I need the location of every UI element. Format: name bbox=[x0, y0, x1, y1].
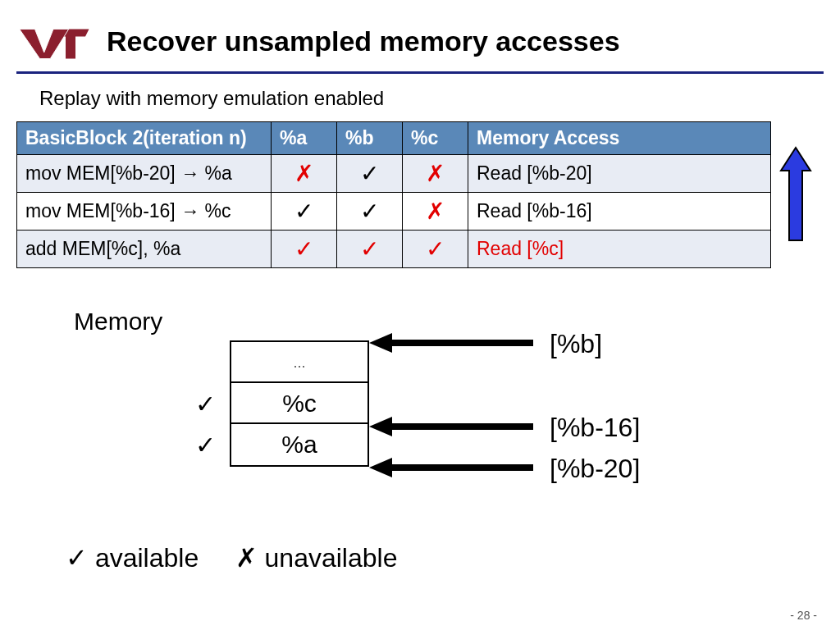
check-icon: ✓ bbox=[66, 543, 88, 573]
arrow-left-icon bbox=[369, 414, 541, 439]
pointer-label-b: [%b] bbox=[550, 329, 602, 359]
cell-c: ✓ bbox=[403, 231, 468, 268]
memory-stack: ... %c %a bbox=[230, 340, 369, 467]
pointer-label-b20: [%b-20] bbox=[550, 454, 640, 484]
cell-b: ✓ bbox=[337, 231, 403, 268]
arrow-left-icon bbox=[369, 455, 541, 480]
cell-a: ✓ bbox=[272, 231, 337, 268]
pointer-label-b16: [%b-16] bbox=[550, 413, 640, 443]
svg-marker-6 bbox=[369, 458, 392, 477]
instruction-table: BasicBlock 2(iteration n) %a %b %c Memor… bbox=[16, 121, 771, 268]
check-icon: ✓ bbox=[195, 431, 216, 459]
stack-cell-a: %a bbox=[231, 424, 368, 465]
memory-diagram: ... %c %a ✓ ✓ [%b] [%b-16] [%b-20] bbox=[0, 340, 840, 529]
svg-marker-0 bbox=[781, 148, 810, 240]
col-b: %b bbox=[337, 122, 403, 155]
cell-a: ✗ bbox=[272, 155, 337, 193]
col-c: %c bbox=[403, 122, 468, 155]
cell-c: ✗ bbox=[403, 155, 468, 193]
vt-logo bbox=[16, 23, 90, 60]
table-row: add MEM[%c], %a ✓ ✓ ✓ Read [%c] bbox=[17, 231, 771, 268]
cell-c: ✗ bbox=[403, 193, 468, 231]
subtitle: Replay with memory emulation enabled bbox=[0, 87, 840, 110]
table-row: mov MEM[%b-20] → %a ✗ ✓ ✗ Read [%b-20] bbox=[17, 155, 771, 193]
legend-available: available bbox=[95, 543, 199, 573]
svg-marker-4 bbox=[369, 417, 392, 436]
table-header-row: BasicBlock 2(iteration n) %a %b %c Memor… bbox=[17, 122, 771, 155]
cell-instr: mov MEM[%b-20] → %a bbox=[17, 155, 272, 193]
title-rule bbox=[16, 71, 824, 74]
svg-marker-2 bbox=[369, 333, 392, 353]
up-arrow-icon bbox=[779, 146, 812, 244]
legend-unavailable: unavailable bbox=[265, 543, 398, 573]
cell-instr: mov MEM[%b-16] → %c bbox=[17, 193, 272, 231]
arrow-left-icon bbox=[369, 331, 541, 355]
col-instr: BasicBlock 2(iteration n) bbox=[17, 122, 272, 155]
cell-b: ✓ bbox=[337, 155, 403, 193]
cell-instr: add MEM[%c], %a bbox=[17, 231, 272, 268]
col-mem: Memory Access bbox=[468, 122, 771, 155]
cell-mem: Read [%b-16] bbox=[468, 193, 771, 231]
page-number: - 28 - bbox=[790, 609, 817, 622]
check-icon: ✓ bbox=[195, 390, 216, 418]
legend: ✓ available ✗ unavailable bbox=[0, 542, 840, 573]
cell-mem: Read [%b-20] bbox=[468, 155, 771, 193]
cell-a: ✓ bbox=[272, 193, 337, 231]
cell-mem: Read [%c] bbox=[468, 231, 771, 268]
stack-cell-c: %c bbox=[231, 383, 368, 424]
cell-b: ✓ bbox=[337, 193, 403, 231]
table-row: mov MEM[%b-16] → %c ✓ ✓ ✗ Read [%b-16] bbox=[17, 193, 771, 231]
slide-title: Recover unsampled memory accesses bbox=[107, 25, 620, 57]
stack-dots: ... bbox=[231, 342, 368, 383]
col-a: %a bbox=[272, 122, 337, 155]
cross-icon: ✗ bbox=[235, 543, 258, 573]
